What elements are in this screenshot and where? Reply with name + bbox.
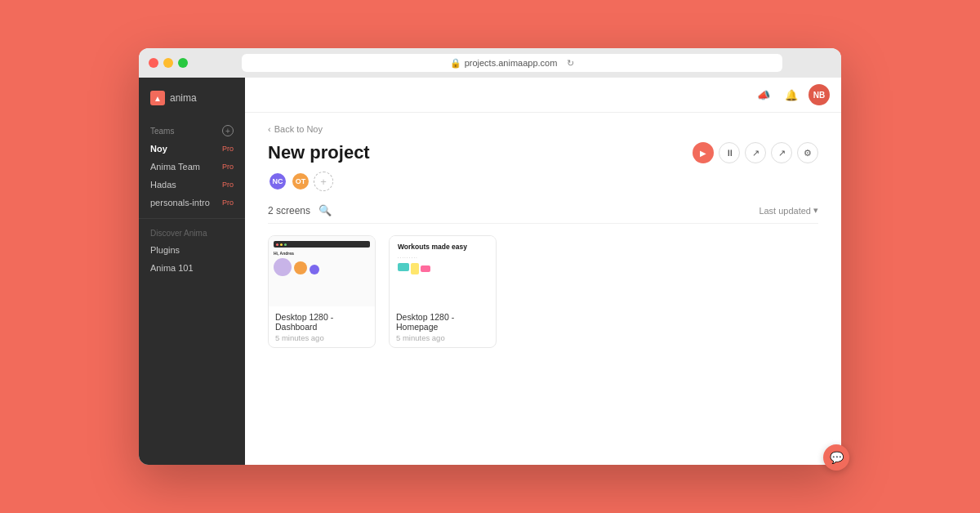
- homepage-thumbnail: Workouts made easy · · · · · · · · ·: [390, 236, 496, 306]
- traffic-light-yellow[interactable]: [163, 58, 173, 68]
- browser-window: 🔒 projects.animaapp.com ↻ ▲ anima Teams …: [139, 48, 841, 465]
- project-header: New project ▶ ⏸ ↗ ↗ ⚙: [268, 142, 818, 163]
- bell-icon[interactable]: 🔔: [781, 84, 802, 105]
- anima101-label: Anima 101: [150, 263, 194, 273]
- screen-card-homepage[interactable]: Workouts made easy · · · · · · · · · D: [389, 235, 497, 348]
- screens-count: 2 screens: [268, 205, 310, 216]
- member-avatar-ot: OT: [291, 172, 310, 191]
- member-nc-initials: NC: [273, 177, 283, 185]
- chat-button[interactable]: 💬: [823, 444, 849, 471]
- card-thumbnail-dashboard: Hi, Andrea: [269, 236, 375, 306]
- back-link[interactable]: ‹ Back to Noy: [268, 124, 818, 134]
- add-member-button[interactable]: +: [314, 172, 333, 191]
- sidebar-logo-text: anima: [170, 92, 197, 104]
- team-noy-label: Noy: [150, 144, 167, 154]
- sidebar-item-anima101[interactable]: Anima 101: [139, 259, 245, 277]
- team-noy-badge: Pro: [222, 145, 234, 153]
- sort-dropdown[interactable]: Last updated ▾: [759, 205, 818, 216]
- card-thumbnail-homepage: Workouts made easy · · · · · · · · ·: [390, 236, 496, 306]
- dash-blob-3: [310, 265, 319, 274]
- back-link-text: Back to Noy: [274, 124, 323, 134]
- teams-section-label: Teams +: [139, 118, 245, 140]
- team-hadas-label: Hadas: [150, 180, 176, 190]
- homepage-thumbnail-title: Workouts made easy: [398, 243, 488, 251]
- main-content: 📣 🔔 NB ‹ Back to Noy New project ▶: [245, 78, 841, 465]
- chat-icon: 💬: [830, 451, 844, 464]
- sort-label: Last updated: [759, 206, 811, 216]
- add-team-button[interactable]: +: [222, 125, 234, 136]
- dash-blobs: [274, 258, 370, 276]
- screens-bar: 2 screens 🔍 Last updated ▾: [268, 204, 818, 224]
- hp-shape-3: [421, 265, 430, 272]
- url-bar: 🔒 projects.animaapp.com ↻: [242, 54, 782, 72]
- team-anima-label: Anima Team: [150, 162, 200, 172]
- dashboard-thumbnail: Hi, Andrea: [269, 236, 375, 306]
- hp-shape-2: [411, 263, 419, 274]
- sidebar-item-anima-team[interactable]: Anima Team Pro: [139, 158, 245, 176]
- dash-blob-1: [274, 258, 292, 276]
- screens-left: 2 screens 🔍: [268, 204, 332, 216]
- dash-blob-2: [294, 261, 307, 274]
- avatar-initials: NB: [813, 91, 825, 100]
- dash-header: [274, 241, 370, 248]
- browser-body: ▲ anima Teams + Noy Pro Anima Team Pro H…: [139, 78, 841, 465]
- traffic-light-green[interactable]: [178, 58, 188, 68]
- card-time-homepage: 5 minutes ago: [396, 333, 489, 342]
- user-avatar[interactable]: NB: [808, 84, 830, 105]
- team-anima-badge: Pro: [222, 163, 234, 171]
- members-row: NC OT +: [268, 172, 818, 191]
- sidebar-logo: ▲ anima: [139, 87, 245, 118]
- url-text: projects.animaapp.com: [465, 58, 558, 68]
- refresh-icon[interactable]: ↻: [567, 58, 574, 69]
- content-area: ‹ Back to Noy New project ▶ ⏸ ↗ ↗ ⚙: [245, 113, 841, 465]
- megaphone-icon[interactable]: 📣: [753, 84, 774, 105]
- card-name-dashboard: Desktop 1280 - Dashboard: [275, 312, 368, 332]
- hp-shape-1: [398, 263, 409, 271]
- cards-grid: Hi, Andrea Desktop 1280 - Dashboard 5 mi: [268, 235, 818, 348]
- play-button[interactable]: ▶: [693, 142, 714, 163]
- sort-arrow-icon: ▾: [813, 205, 818, 216]
- lock-icon: 🔒: [450, 58, 461, 69]
- sidebar: ▲ anima Teams + Noy Pro Anima Team Pro H…: [139, 78, 245, 465]
- sidebar-item-personals[interactable]: personals-intro Pro: [139, 194, 245, 212]
- sidebar-divider: [139, 218, 245, 219]
- card-info-dashboard: Desktop 1280 - Dashboard 5 minutes ago: [269, 306, 375, 347]
- dash-dot-yellow: [280, 243, 283, 246]
- sidebar-item-hadas[interactable]: Hadas Pro: [139, 176, 245, 194]
- project-title: New project: [268, 142, 370, 163]
- dash-greeting: Hi, Andrea: [274, 251, 370, 256]
- member-avatar-nc: NC: [268, 172, 287, 191]
- team-personals-badge: Pro: [222, 199, 234, 207]
- pause-button[interactable]: ⏸: [719, 142, 740, 163]
- plugins-label: Plugins: [150, 245, 180, 255]
- team-personals-label: personals-intro: [150, 198, 210, 207]
- screen-card-dashboard[interactable]: Hi, Andrea Desktop 1280 - Dashboard 5 mi: [268, 235, 376, 348]
- sidebar-item-plugins[interactable]: Plugins: [139, 241, 245, 259]
- share-button[interactable]: ↗: [771, 142, 792, 163]
- dash-dot-green: [284, 243, 287, 246]
- discover-label: Discover Anima: [139, 225, 245, 241]
- homepage-shapes: [398, 263, 488, 274]
- traffic-light-red[interactable]: [149, 58, 158, 68]
- card-info-homepage: Desktop 1280 - Homepage 5 minutes ago: [390, 306, 496, 347]
- sidebar-item-noy[interactable]: Noy Pro: [139, 140, 245, 158]
- settings-button[interactable]: ⚙: [797, 142, 818, 163]
- card-time-dashboard: 5 minutes ago: [275, 333, 368, 342]
- project-actions: ▶ ⏸ ↗ ↗ ⚙: [693, 142, 818, 163]
- search-button[interactable]: 🔍: [318, 204, 332, 216]
- share-link-button[interactable]: ↗: [745, 142, 766, 163]
- anima-logo-icon: ▲: [150, 91, 165, 105]
- browser-titlebar: 🔒 projects.animaapp.com ↻: [139, 48, 841, 78]
- homepage-subtitle: · · · · · · · · ·: [398, 255, 488, 260]
- team-hadas-badge: Pro: [222, 181, 234, 189]
- topbar: 📣 🔔 NB: [245, 78, 841, 113]
- card-name-homepage: Desktop 1280 - Homepage: [396, 312, 489, 332]
- member-ot-initials: OT: [296, 177, 306, 185]
- dash-dot-red: [276, 243, 278, 246]
- back-chevron-icon: ‹: [268, 124, 271, 134]
